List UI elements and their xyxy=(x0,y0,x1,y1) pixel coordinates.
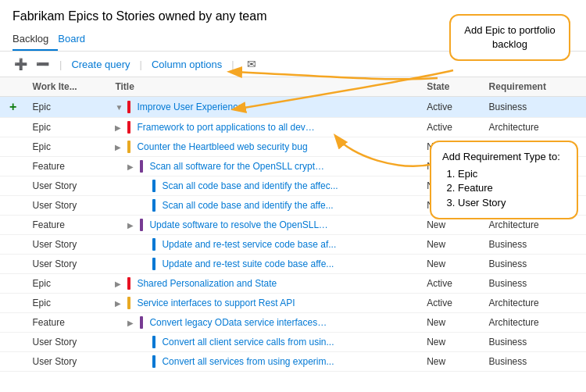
row-title-cell[interactable]: ▼Improve User Experience xyxy=(109,97,420,118)
expand-icon[interactable]: ▶ xyxy=(127,221,137,230)
table-row[interactable]: Epic▶Counter the Heartbleed web security… xyxy=(0,137,586,157)
row-title-cell[interactable]: Update and re-test service code base af.… xyxy=(109,235,420,255)
row-title-cell[interactable]: Convert all services from using experim.… xyxy=(109,352,420,372)
row-workitem-type: Epic xyxy=(27,118,109,137)
row-color-bar xyxy=(152,336,155,348)
row-title-text[interactable]: Update and re-test suite code base affe.… xyxy=(162,258,334,269)
row-add-cell xyxy=(0,294,27,313)
table-row[interactable]: +Epic▼Improve User ExperienceActiveBusin… xyxy=(0,97,586,118)
row-state: New xyxy=(420,137,482,157)
table-row[interactable]: Epic▶Framework to port applications to a… xyxy=(0,118,586,137)
row-workitem-type: Epic xyxy=(27,137,109,157)
separator-3: | xyxy=(231,59,234,70)
row-title-cell[interactable]: Update and re-test suite code base affe.… xyxy=(109,255,420,274)
row-title-text[interactable]: Update and re-test service code base af.… xyxy=(162,239,336,250)
row-requirement: Architecture xyxy=(483,118,586,137)
table-row[interactable]: User StoryConvert all client service cal… xyxy=(0,333,586,352)
row-title-cell[interactable]: Convert all client service calls from us… xyxy=(109,333,420,352)
row-workitem-type: User Story xyxy=(27,235,109,255)
row-requirement: Business xyxy=(483,235,586,255)
row-state: New xyxy=(420,333,482,352)
col-header-state[interactable]: State xyxy=(420,77,482,97)
row-color-bar xyxy=(140,160,143,173)
expand-icon[interactable]: ▶ xyxy=(127,319,137,327)
mail-icon[interactable]: ✉ xyxy=(244,56,259,72)
table-row[interactable]: Feature▶Update software to resolve the O… xyxy=(0,216,586,235)
row-title-text[interactable]: Service interfaces to support Rest API xyxy=(137,298,295,308)
row-color-bar xyxy=(152,180,155,192)
separator-2: | xyxy=(140,59,142,70)
row-color-bar xyxy=(152,355,155,368)
table-row[interactable]: Epic▶Service interfaces to support Rest … xyxy=(0,294,586,313)
col-header-title[interactable]: Title xyxy=(109,77,420,97)
expand-icon[interactable]: ▶ xyxy=(127,162,137,171)
row-title-cell[interactable]: ▶Scan all software for the OpenSLL crypt… xyxy=(109,157,420,176)
table-row[interactable]: User StoryScan all code base and identif… xyxy=(0,176,586,196)
row-requirement: Architecture xyxy=(483,216,586,235)
row-state: New xyxy=(420,216,482,235)
row-state: Active xyxy=(420,118,482,137)
tab-board[interactable]: Board xyxy=(58,28,95,51)
page-container: Fabrikam Epics to Stories owned by any t… xyxy=(0,0,586,392)
row-add-cell xyxy=(0,313,27,333)
row-title-cell[interactable]: ▶Framework to port applications to all d… xyxy=(109,118,420,137)
row-state: Active xyxy=(420,274,482,294)
row-title-cell[interactable]: ▶Update software to resolve the OpenSLL … xyxy=(109,216,420,235)
row-requirement: Business xyxy=(483,352,586,372)
row-title-cell[interactable]: ▶Shared Personalization and State xyxy=(109,274,420,294)
row-add-cell xyxy=(0,333,27,352)
add-icon[interactable]: ➕ xyxy=(13,56,28,72)
row-title-text[interactable]: Scan all code base and identify the affe… xyxy=(162,180,338,191)
row-title-cell[interactable]: Scan all code base and identify the affe… xyxy=(109,196,420,216)
row-title-text[interactable]: Counter the Heartbleed web security bug xyxy=(137,141,307,152)
row-color-bar xyxy=(152,199,155,212)
expand-icon[interactable]: ▼ xyxy=(115,103,124,112)
row-add-cell xyxy=(0,235,27,255)
table-header: Work Ite... Title State Requirement xyxy=(0,77,586,97)
expand-icon[interactable]: ▶ xyxy=(115,280,124,288)
table-row[interactable]: User StoryUpdate and re-test suite code … xyxy=(0,255,586,274)
table-row[interactable]: User StoryConvert all services from usin… xyxy=(0,352,586,372)
row-title-cell[interactable]: ▶Counter the Heartbleed web security bug xyxy=(109,137,420,157)
row-title-cell[interactable]: Scan all code base and identify the affe… xyxy=(109,176,420,196)
expand-icon[interactable]: ▶ xyxy=(115,299,124,308)
row-add-cell: + xyxy=(0,97,27,118)
row-title-text[interactable]: Update software to resolve the OpenSLL c… xyxy=(149,219,329,230)
row-title-cell[interactable]: ▶Convert legacy OData service interfaces… xyxy=(109,313,420,333)
table-row[interactable]: Epic▶Shared Personalization and StateAct… xyxy=(0,274,586,294)
row-color-bar xyxy=(152,238,155,251)
add-row-btn[interactable]: + xyxy=(9,100,16,113)
tab-bar: Backlog Board xyxy=(0,28,586,52)
create-query-link[interactable]: Create query xyxy=(71,59,130,70)
col-header-requirement[interactable]: Requirement xyxy=(483,77,586,97)
table-row[interactable]: User StoryScan all code base and identif… xyxy=(0,196,586,216)
row-requirement: Business xyxy=(483,97,586,118)
row-state: New xyxy=(420,313,482,333)
row-add-cell xyxy=(0,352,27,372)
col-header-workitem[interactable]: Work Ite... xyxy=(27,77,109,97)
row-title-cell[interactable]: ▶Service interfaces to support Rest API xyxy=(109,294,420,313)
expand-icon[interactable]: ▶ xyxy=(115,123,124,132)
row-title-text[interactable]: Convert all client service calls from us… xyxy=(162,337,334,347)
row-workitem-type: User Story xyxy=(27,352,109,372)
row-requirement: Business xyxy=(483,274,586,294)
row-title-text[interactable]: Scan all software for the OpenSLL crypto… xyxy=(149,161,329,172)
row-title-text[interactable]: Improve User Experience xyxy=(137,102,242,112)
row-add-cell xyxy=(0,255,27,274)
table-row[interactable]: User StoryUpdate and re-test service cod… xyxy=(0,235,586,255)
row-workitem-type: User Story xyxy=(27,176,109,196)
row-title-text[interactable]: Shared Personalization and State xyxy=(137,278,277,289)
expand-icon[interactable]: ▶ xyxy=(115,143,124,151)
separator-1: | xyxy=(59,59,62,70)
tab-backlog[interactable]: Backlog xyxy=(13,28,58,51)
collapse-icon[interactable]: ➖ xyxy=(34,56,50,72)
row-workitem-type: User Story xyxy=(27,255,109,274)
row-workitem-type: User Story xyxy=(27,196,109,216)
column-options-link[interactable]: Column options xyxy=(152,59,222,70)
row-title-text[interactable]: Convert legacy OData service interfaces … xyxy=(149,317,329,328)
row-title-text[interactable]: Framework to port applications to all de… xyxy=(137,122,316,133)
row-title-text[interactable]: Scan all code base and identify the affe… xyxy=(162,200,333,211)
table-row[interactable]: Feature▶Convert legacy OData service int… xyxy=(0,313,586,333)
row-title-text[interactable]: Convert all services from using experim.… xyxy=(162,356,334,367)
table-row[interactable]: Feature▶Scan all software for the OpenSL… xyxy=(0,157,586,176)
